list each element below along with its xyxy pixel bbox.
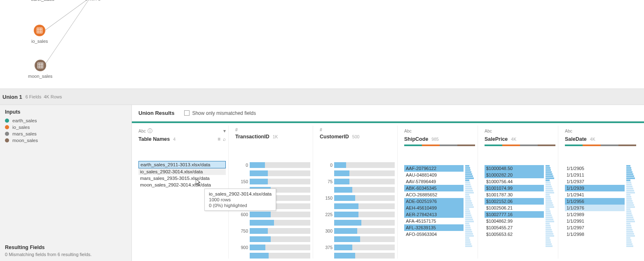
value-item[interactable]: $1002506.21 — [485, 205, 544, 211]
histogram-bar[interactable]: 900 — [235, 243, 310, 252]
value-item[interactable]: AER-27842413 — [404, 211, 464, 218]
value-item[interactable]: AAF-20796122 — [404, 165, 464, 172]
value-item[interactable]: AEH-45610499 — [404, 205, 464, 211]
mini-bar — [465, 241, 471, 243]
histogram-bar[interactable] — [320, 169, 395, 177]
value-item[interactable]: 1/1/2939 — [565, 185, 625, 191]
value-item[interactable]: AFO-05963304 — [404, 231, 464, 238]
mini-bar — [465, 204, 473, 206]
value-item[interactable]: 1/1/2905 — [565, 165, 625, 172]
table-name-item[interactable]: io_sales_2902-3014.xlsx/data — [138, 168, 226, 175]
table-name-item[interactable]: moon_sales_2902-3014.xlsx/data — [138, 182, 226, 188]
histogram-bar[interactable]: 225 — [320, 210, 395, 219]
field-card-saledate[interactable]: Abc SaleDate 4K 1/1/29051/1/29111/1/2937… — [562, 126, 639, 259]
value-item[interactable]: AAV-57896449 — [404, 178, 464, 185]
table-name-item[interactable]: earth_sales_2911-3013.xlsx/data — [138, 161, 226, 168]
search-icon[interactable]: ⌕ — [223, 136, 226, 142]
value-item[interactable]: AFA-45157175 — [404, 218, 464, 224]
value-item[interactable]: $1000756.44 — [485, 178, 544, 185]
mini-histogram[interactable] — [465, 165, 475, 257]
tooltip: io_sales_2902-3014.xlsx/data 1000 rows 0… — [204, 189, 276, 211]
dropdown-icon[interactable]: ▾ — [223, 128, 226, 134]
flow-node-moon-sales[interactable]: moon_sales — [28, 60, 52, 79]
histogram-bar[interactable]: 375 — [320, 243, 395, 252]
value-item[interactable]: $1004862.99 — [485, 218, 544, 224]
value-item[interactable]: $1000282.20 — [485, 172, 544, 178]
input-item[interactable]: moon_sales — [5, 138, 126, 143]
value-item[interactable]: $1005455.27 — [485, 224, 544, 231]
bin-label: 750 — [235, 228, 250, 233]
histogram-bar[interactable] — [235, 219, 310, 227]
mini-histogram[interactable] — [546, 165, 555, 257]
flow-node-io-sales[interactable]: io_sales — [31, 25, 48, 44]
value-item[interactable]: 1/1/2989 — [565, 211, 625, 218]
field-card-shipcode[interactable]: Abc ShipCode 985 AAF-20796122AAU-0488140… — [402, 126, 478, 259]
histogram-bar[interactable]: 150 — [320, 194, 395, 202]
histogram-bar[interactable] — [320, 202, 395, 210]
histogram-bar[interactable]: 300 — [320, 227, 395, 235]
value-item[interactable]: ADE-00251976 — [404, 198, 464, 205]
mini-bar — [546, 186, 552, 187]
table-name-item[interactable]: mars_sales_2935-3015.xlsx/data — [138, 175, 226, 182]
histogram-bar[interactable] — [320, 252, 395, 260]
histogram[interactable]: 01506007509001,050 — [235, 161, 310, 261]
value-item[interactable]: 1/1/2956 — [565, 198, 625, 205]
mini-bar — [465, 221, 474, 222]
field-card-saleprice[interactable]: Abc SalePrice 4K $1000048.50$1000282.20$… — [482, 126, 558, 259]
mini-bar — [626, 245, 633, 247]
value-item[interactable]: $1001787.30 — [485, 191, 544, 198]
bin-label: 150 — [235, 179, 250, 184]
value-item[interactable]: ACO-26885652 — [404, 191, 464, 198]
mini-histogram[interactable] — [626, 165, 636, 257]
color-dot — [5, 132, 9, 136]
flow-node-label: io_sales — [31, 39, 48, 44]
input-item[interactable]: mars_sales — [5, 131, 126, 136]
histogram-bar[interactable] — [235, 169, 310, 177]
value-item[interactable]: AFL-32639135 — [404, 224, 464, 231]
mini-bar — [546, 204, 553, 206]
info-icon[interactable]: ⓘ — [148, 128, 152, 135]
value-item[interactable]: ABK-60345345 — [404, 185, 464, 191]
value-item[interactable]: $1005653.62 — [485, 231, 544, 238]
flow-node-earth-sales[interactable]: earth_sales — [31, 0, 54, 2]
value-item[interactable]: 1/1/2976 — [565, 205, 625, 211]
value-item[interactable]: $1002777.16 — [485, 211, 544, 218]
type-label: # — [320, 127, 322, 132]
value-item[interactable]: $1000048.50 — [485, 165, 544, 172]
value-item[interactable]: 1/1/2911 — [565, 172, 625, 178]
value-item[interactable]: 1/1/2997 — [565, 224, 625, 231]
input-item[interactable]: io_sales — [5, 125, 126, 130]
mini-bar — [626, 241, 632, 243]
value-item[interactable]: $1002152.06 — [485, 198, 544, 205]
histogram-bar[interactable]: 0 — [320, 161, 395, 169]
histogram-bar[interactable] — [320, 186, 395, 194]
histogram-bar[interactable]: 75 — [320, 177, 395, 186]
value-list[interactable]: 1/1/29051/1/29111/1/29371/1/29391/1/2941… — [565, 165, 625, 257]
histogram-bar[interactable] — [235, 252, 310, 260]
field-card-customerid[interactable]: # CustomerID 500 075150225300375450525 — [317, 126, 398, 259]
value-item[interactable]: $1001074.99 — [485, 185, 544, 191]
histogram-bar[interactable]: 150 — [235, 177, 310, 186]
tooltip-line1: io_sales_2902-3014.xlsx/data — [209, 191, 272, 196]
histogram-bar[interactable] — [320, 235, 395, 243]
histogram-bar[interactable]: 600 — [235, 210, 310, 219]
mini-bar — [546, 173, 553, 175]
sort-icon[interactable]: ≡ — [218, 136, 220, 142]
value-item[interactable]: 1/1/2998 — [565, 231, 625, 238]
histogram[interactable]: 075150225300375450525 — [320, 161, 395, 261]
value-item[interactable]: 1/1/2941 — [565, 191, 625, 198]
value-list[interactable]: AAF-20796122AAU-04881409AAV-57896449ABK-… — [404, 165, 464, 257]
histogram-bar[interactable]: 0 — [235, 161, 310, 169]
input-item[interactable]: earth_sales — [5, 118, 126, 123]
mismatch-checkbox[interactable] — [184, 110, 190, 116]
table-icon — [35, 60, 46, 71]
value-item[interactable]: 1/1/2937 — [565, 178, 625, 185]
histogram-bar[interactable] — [320, 219, 395, 227]
histogram-bar[interactable] — [235, 235, 310, 243]
histogram-bar[interactable]: 750 — [235, 227, 310, 235]
bin-label: 225 — [320, 212, 334, 217]
value-item[interactable]: 1/1/2991 — [565, 218, 625, 224]
value-item[interactable]: AAU-04881409 — [404, 172, 464, 178]
flow-canvas[interactable]: earth_sales io_sales moon_sales Union 1 — [0, 0, 644, 89]
value-list[interactable]: $1000048.50$1000282.20$1000756.44$100107… — [485, 165, 544, 257]
